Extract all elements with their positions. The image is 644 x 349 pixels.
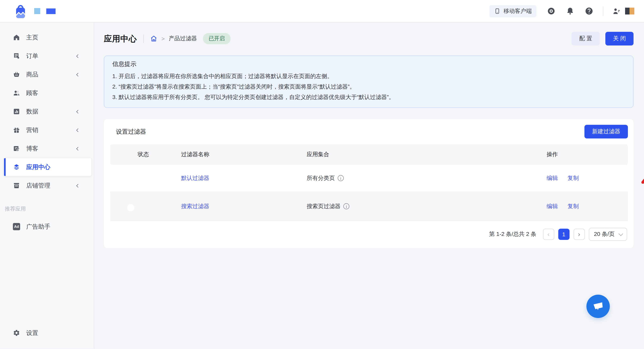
chevron-left-icon — [75, 146, 80, 151]
info-circle-icon[interactable] — [338, 175, 344, 181]
brand-block-dark — [46, 8, 56, 14]
shop-bag-logo-icon — [14, 2, 26, 20]
column-collection: 应用集合 — [307, 151, 546, 158]
sidebar-item-label: 数据 — [26, 108, 38, 115]
sidebar-item-home[interactable]: 主页 — [0, 28, 94, 47]
help-icon[interactable] — [585, 7, 593, 15]
toggle-knob — [127, 204, 134, 211]
sidebar-item-label: 广告助手 — [26, 223, 50, 230]
info-tips-card: 信息提示 1. 开启后，过滤器将应用在你所选集合中的相应页面；过滤器将默认显示在… — [104, 56, 634, 108]
chevron-down-icon — [619, 232, 623, 236]
sidebar-item-store-management[interactable]: 店铺管理 — [0, 176, 94, 195]
info-tip-line: 2. “搜索页过滤器”将显示在搜索页面上；当“搜索页”过滤器关闭时，搜索页面将显… — [112, 81, 625, 92]
breadcrumb-home-icon[interactable] — [150, 35, 158, 42]
sidebar-item-blog[interactable]: 博客 — [0, 139, 94, 158]
column-filter-name: 过滤器名称 — [181, 151, 307, 158]
sidebar-item-analytics[interactable]: 数据 — [0, 102, 94, 121]
filter-name-link[interactable]: 搜索过滤器 — [181, 203, 307, 210]
app-center-layers-icon — [13, 164, 20, 171]
chat-support-button[interactable] — [586, 295, 610, 318]
main-content: 应用中心 > 产品过滤器 已开启 配 置 关 闭 — [94, 22, 644, 348]
collection-label: 所有分类页 — [307, 174, 335, 182]
flag-orange-stripe — [630, 8, 634, 14]
account-user-icon[interactable] — [612, 7, 621, 15]
edit-link[interactable]: 编辑 — [546, 174, 558, 182]
table-header-row: 状态 过滤器名称 应用集合 操作 — [110, 144, 628, 165]
ad-icon-label: Ad — [14, 224, 19, 229]
ad-icon: Ad — [13, 223, 20, 230]
app-window: 移动客户端 — [0, 0, 644, 349]
filters-card: 设置过滤器 新建过滤器 状态 过滤器名称 应用集合 操作 默认过滤器 所有分类页 — [104, 119, 634, 248]
sidebar-item-label: 博客 — [26, 145, 38, 152]
home-icon — [13, 34, 20, 41]
sidebar-item-label: 顾客 — [26, 89, 38, 97]
sidebar-item-label: 商品 — [26, 71, 38, 78]
sidebar-item-settings[interactable]: 设置 — [0, 324, 94, 342]
store-icon — [13, 182, 20, 189]
chat-bubble-icon — [592, 301, 604, 312]
chevron-left-icon — [75, 72, 80, 77]
marketing-icon — [13, 126, 20, 134]
filter-name-link[interactable]: 默认过滤器 — [181, 174, 307, 182]
analytics-icon — [13, 108, 20, 115]
mobile-client-button[interactable]: 移动客户端 — [490, 5, 536, 17]
flag-dark-stripe — [625, 8, 630, 14]
info-tip-line: 1. 开启后，过滤器将应用在你所选集合中的相应页面；过滤器将默认显示在页面的左侧… — [112, 71, 625, 81]
sidebar-item-marketing[interactable]: 营销 — [0, 121, 94, 139]
copy-link[interactable]: 复制 — [568, 203, 579, 210]
pagination-total: 第 1-2 条/总共 2 条 — [489, 231, 536, 238]
close-button[interactable]: 关 闭 — [605, 32, 634, 46]
prev-page-button[interactable]: ‹ — [543, 229, 554, 240]
page-size-select[interactable]: 20 条/页 — [589, 228, 627, 241]
topbar-actions: 移动客户端 — [490, 5, 634, 17]
table-row: 默认过滤器 所有分类页 编辑 复制 — [110, 165, 628, 192]
chevron-left-icon — [75, 183, 80, 188]
sidebar-item-label: 应用中心 — [26, 163, 50, 171]
breadcrumb-separator: > — [162, 36, 164, 42]
title-divider — [143, 34, 144, 43]
gear-icon — [13, 329, 20, 336]
next-page-button[interactable]: › — [573, 229, 585, 240]
column-actions: 操作 — [546, 151, 624, 158]
red-annotation-arrow — [634, 143, 644, 188]
recommended-apps-label: 推荐应用 — [0, 195, 94, 217]
page-header: 应用中心 > 产品过滤器 已开启 配 置 关 闭 — [104, 30, 634, 47]
new-filter-button[interactable]: 新建过滤器 — [584, 125, 628, 138]
topbar-divider — [603, 6, 603, 16]
sidebar-item-label: 主页 — [26, 34, 38, 41]
configure-button[interactable]: 配 置 — [572, 32, 600, 46]
tour-target-icon[interactable] — [547, 7, 556, 15]
phone-icon — [494, 8, 500, 14]
sidebar-item-ad-assistant[interactable]: Ad 广告助手 — [0, 217, 94, 236]
collection-label: 搜索页过滤器 — [307, 203, 340, 210]
sidebar: 主页 订单 商品 — [0, 22, 94, 348]
current-page-button[interactable]: 1 — [558, 229, 569, 240]
sidebar-item-label: 营销 — [26, 126, 38, 134]
language-flag[interactable] — [625, 8, 634, 14]
notifications-bell-icon[interactable] — [566, 7, 574, 15]
blog-icon — [13, 145, 20, 152]
products-icon — [13, 71, 20, 78]
orders-icon — [13, 52, 20, 60]
sidebar-item-label: 设置 — [26, 329, 38, 337]
sidebar-item-orders[interactable]: 订单 — [0, 47, 94, 65]
breadcrumb-current: 产品过滤器 — [169, 35, 197, 42]
page-title: 应用中心 — [104, 33, 137, 44]
status-badge: 已开启 — [203, 33, 230, 44]
info-tips-title: 信息提示 — [112, 60, 625, 68]
copy-link[interactable]: 复制 — [568, 174, 579, 182]
sidebar-item-customers[interactable]: 顾客 — [0, 84, 94, 102]
brand-block-light — [34, 8, 40, 14]
info-circle-icon[interactable] — [343, 203, 349, 209]
sidebar-item-products[interactable]: 商品 — [0, 65, 94, 84]
sidebar-item-label: 店铺管理 — [26, 182, 50, 190]
topbar: 移动客户端 — [0, 0, 644, 22]
info-tip-line: 3. 默认过滤器将应用于所有分类页。 您可以为特定分类页创建过滤器，自定义的过滤… — [112, 92, 625, 102]
edit-link[interactable]: 编辑 — [546, 203, 558, 210]
page-size-value: 20 条/页 — [594, 231, 614, 238]
filters-section-title: 设置过滤器 — [116, 128, 146, 136]
mobile-client-label: 移动客户端 — [504, 8, 532, 15]
brand-logo[interactable] — [14, 2, 56, 20]
chevron-left-icon — [75, 128, 80, 132]
sidebar-item-app-center[interactable]: 应用中心 — [4, 158, 91, 176]
